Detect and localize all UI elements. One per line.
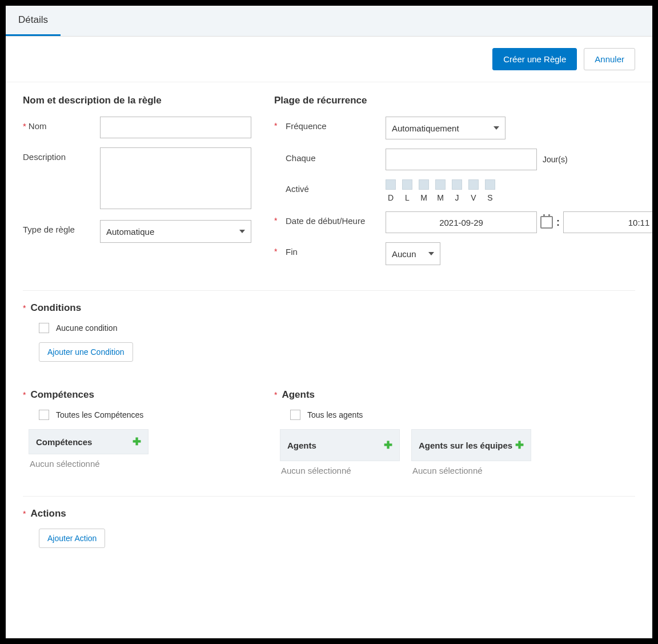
required-star: * bbox=[23, 509, 26, 518]
required-star: * bbox=[274, 242, 286, 256]
day-label: M bbox=[435, 193, 446, 202]
end-select[interactable]: Aucun bbox=[386, 242, 440, 265]
label-name: Nom bbox=[29, 121, 47, 131]
label-all-agents: Tous les agents bbox=[307, 410, 363, 419]
teams-panel-header: Agents sur les équipes ✚ bbox=[411, 429, 531, 461]
name-input[interactable] bbox=[100, 117, 251, 138]
day-toggle-M2[interactable] bbox=[435, 179, 446, 190]
calendar-icon[interactable] bbox=[540, 216, 553, 229]
action-bar: Créer une Règle Annuler bbox=[6, 37, 652, 82]
day-toggle-V[interactable] bbox=[468, 179, 479, 190]
cancel-button[interactable]: Annuler bbox=[584, 48, 635, 70]
no-condition-checkbox[interactable] bbox=[39, 323, 49, 333]
add-team-icon[interactable]: ✚ bbox=[515, 439, 524, 451]
rule-type-value: Automatique bbox=[106, 227, 154, 237]
label-every-suffix: Jour(s) bbox=[543, 155, 568, 164]
day-toggle-M[interactable] bbox=[419, 179, 429, 190]
day-label: V bbox=[468, 193, 479, 202]
required-star: * bbox=[23, 303, 26, 313]
frequency-select[interactable]: Automatiquement bbox=[386, 117, 505, 139]
section-name-desc-title: Nom et description de la règle bbox=[23, 95, 251, 106]
agents-none-selected: Aucun sélectionné bbox=[280, 461, 400, 480]
start-date-input[interactable] bbox=[386, 211, 537, 233]
rule-type-select[interactable]: Automatique bbox=[100, 220, 251, 243]
agents-box-title: Agents bbox=[287, 441, 316, 450]
tab-bar: Détails bbox=[6, 6, 652, 37]
required-star: * bbox=[274, 117, 286, 130]
label-all-skills: Toutes les Compétences bbox=[56, 410, 143, 419]
all-agents-checkbox[interactable] bbox=[290, 410, 300, 420]
description-textarea[interactable] bbox=[100, 147, 251, 209]
section-conditions-title: Conditions bbox=[30, 302, 81, 314]
add-agent-icon[interactable]: ✚ bbox=[384, 439, 392, 451]
required-star: * bbox=[274, 211, 286, 225]
day-toggle-D[interactable] bbox=[386, 179, 396, 190]
label-enabled: Activé bbox=[286, 184, 309, 194]
required-star: * bbox=[23, 121, 26, 131]
label-no-condition: Aucune condition bbox=[56, 323, 117, 333]
teams-box-title: Agents sur les équipes bbox=[419, 441, 512, 450]
label-rule-type: Type de règle bbox=[23, 225, 75, 234]
skills-none-selected: Aucun sélectionné bbox=[29, 454, 149, 473]
end-value: Aucun bbox=[392, 249, 416, 259]
day-label: L bbox=[402, 193, 412, 202]
required-star: * bbox=[23, 390, 26, 399]
label-frequency: Fréquence bbox=[286, 121, 327, 131]
day-label: J bbox=[452, 193, 462, 202]
day-toggle-J[interactable] bbox=[452, 179, 462, 190]
start-time-input[interactable] bbox=[563, 211, 652, 233]
separator bbox=[23, 290, 635, 291]
required-star: * bbox=[274, 390, 277, 399]
label-start-date: Date de début/Heure bbox=[286, 216, 365, 226]
create-rule-button[interactable]: Créer une Règle bbox=[492, 48, 577, 70]
every-input[interactable] bbox=[386, 149, 537, 170]
section-skills-title: Compétences bbox=[30, 389, 94, 401]
day-label: M bbox=[419, 193, 429, 202]
chevron-down-icon bbox=[494, 126, 499, 130]
teams-none-selected: Aucun sélectionné bbox=[411, 461, 531, 480]
section-agents-title: Agents bbox=[282, 389, 315, 401]
chevron-down-icon bbox=[428, 252, 434, 255]
add-skill-icon[interactable]: ✚ bbox=[133, 435, 141, 448]
skills-panel-header: Compétences ✚ bbox=[29, 429, 149, 454]
label-end: Fin bbox=[286, 247, 298, 257]
label-description: Description bbox=[23, 152, 66, 162]
skills-box-title: Compétences bbox=[36, 437, 92, 447]
tab-details[interactable]: Détails bbox=[6, 6, 61, 36]
days-row: D L M M J V S bbox=[386, 179, 652, 202]
day-toggle-S[interactable] bbox=[485, 179, 495, 190]
all-skills-checkbox[interactable] bbox=[39, 410, 49, 420]
section-actions-title: Actions bbox=[30, 508, 66, 519]
day-label: D bbox=[386, 193, 396, 202]
section-recurrence-title: Plage de récurrence bbox=[274, 95, 652, 106]
add-condition-button[interactable]: Ajouter une Condition bbox=[39, 342, 133, 362]
frequency-value: Automatiquement bbox=[392, 123, 459, 133]
day-toggle-L[interactable] bbox=[402, 179, 412, 190]
agents-panel-header: Agents ✚ bbox=[280, 429, 400, 461]
chevron-down-icon bbox=[239, 230, 245, 233]
label-every: Chaque bbox=[286, 153, 316, 163]
day-label: S bbox=[485, 193, 495, 202]
colon-separator: : bbox=[556, 217, 560, 229]
add-action-button[interactable]: Ajouter Action bbox=[39, 529, 105, 548]
separator bbox=[23, 496, 635, 497]
